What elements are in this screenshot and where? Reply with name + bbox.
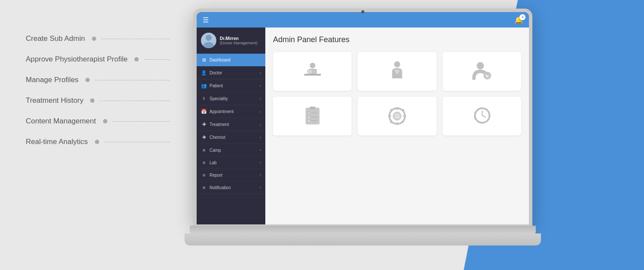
sidebar-item-appointment[interactable]: 📅 Appointment ‹ (197, 105, 265, 118)
sidebar-item-speciality[interactable]: ⚕ Speciality ‹ (197, 92, 265, 105)
sidebar-item-speciality-label: Speciality (210, 96, 228, 101)
svg-point-1 (204, 42, 214, 48)
lab-chevron: ‹ (260, 160, 261, 165)
app-interface: ☰ 🔔 3 (197, 12, 529, 224)
svg-point-0 (206, 35, 212, 41)
settings-icon (386, 105, 408, 127)
sidebar-item-notification-left: ≡ Notification (201, 185, 231, 190)
sidebar-item-report[interactable]: ≡ Report ‹ (197, 169, 265, 181)
sidebar-item-notification-label: Notification (210, 185, 231, 190)
lab-icon: ≡ (201, 160, 207, 165)
feature-dot-2 (134, 57, 139, 61)
svg-point-7 (394, 61, 400, 68)
feature-dot-3 (85, 78, 90, 82)
feature-card-clock (443, 97, 521, 135)
chemist-chevron: ‹ (260, 135, 261, 140)
sidebar-item-camp[interactable]: ≡ Camp ‹ (197, 144, 265, 156)
feature-dot-5 (103, 119, 107, 123)
doctor-desk-icon (301, 60, 324, 83)
hamburger-icon[interactable]: ☰ (203, 16, 209, 24)
report-icon: ≡ (201, 172, 207, 178)
report-chevron: ‹ (260, 173, 261, 177)
feature-label-manage-profiles: Manage Profiles (26, 76, 79, 84)
svg-rect-17 (311, 117, 317, 117)
svg-point-38 (482, 108, 483, 110)
female-patient-icon (386, 60, 408, 83)
sidebar-item-appointment-label: Appointment (210, 109, 234, 114)
profile-info: Dr.Mirren (Doctor Management) (220, 36, 258, 45)
medical-list-icon (301, 105, 324, 127)
feature-item-realtime-analytics: Real-time Analytics (26, 138, 170, 146)
feature-label-treatment-history: Treatment History (26, 96, 83, 105)
feature-item-treatment-history: Treatment History (26, 96, 170, 105)
clock-history-icon (471, 105, 493, 127)
svg-rect-25 (388, 115, 391, 117)
sidebar-item-doctor[interactable]: 👤 Doctor ‹ (197, 67, 265, 80)
svg-rect-15 (311, 113, 317, 114)
doctor-icon: 👤 (201, 70, 207, 76)
profile-role: (Doctor Management) (220, 41, 258, 45)
profile-name: Dr.Mirren (220, 36, 258, 41)
feature-line-3 (95, 80, 170, 80)
feature-label-content-management: Content Management (26, 117, 96, 126)
sidebar-item-patient-label: Patient (210, 83, 223, 88)
feature-label-create-sub-admin: Create Sub Admin (26, 34, 85, 43)
svg-rect-23 (396, 107, 398, 110)
panel-title: Admin Panel Features (273, 35, 521, 44)
svg-point-8 (477, 62, 484, 70)
feature-item-manage-profiles: Manage Profiles (26, 76, 170, 84)
sidebar-item-lab-label: Lab (210, 160, 217, 165)
feature-line-6 (104, 142, 170, 142)
feature-label-realtime-analytics: Real-time Analytics (26, 138, 88, 146)
feature-label-approve-physio: Approve Physiotherapist Profile (26, 55, 128, 64)
sidebar-profile: Dr.Mirren (Doctor Management) (197, 28, 265, 54)
appointment-icon: 📅 (201, 109, 207, 114)
laptop-device: ☰ 🔔 3 (185, 9, 541, 258)
treatment-chevron: ‹ (260, 123, 261, 127)
camp-chevron: ‹ (260, 148, 261, 152)
svg-rect-26 (403, 115, 406, 117)
dashboard-chevron: ‹ (260, 58, 261, 62)
appointment-chevron: ‹ (260, 110, 261, 114)
sidebar-item-dashboard[interactable]: ⊞ Dashboard ‹ (197, 54, 265, 67)
speciality-icon: ⚕ (201, 96, 207, 101)
sidebar-item-camp-label: Camp (210, 148, 221, 153)
top-bar: ☰ 🔔 3 (197, 12, 529, 28)
svg-point-39 (489, 115, 490, 116)
main-area: Dr.Mirren (Doctor Management) ⊞ Dashboar… (197, 28, 529, 224)
sidebar-item-lab[interactable]: ≡ Lab ‹ (197, 156, 265, 169)
feature-line-1 (101, 39, 170, 39)
avatar-image (201, 33, 216, 48)
svg-rect-4 (304, 74, 321, 76)
feature-line-2 (144, 59, 170, 60)
sidebar-item-treatment[interactable]: ✚ Treatment ‹ (197, 118, 265, 131)
laptop-base (185, 226, 541, 258)
feature-card-settings (358, 97, 436, 135)
doctor-chevron: ‹ (260, 71, 261, 75)
sidebar-item-patient-left: 👥 Patient (201, 83, 223, 89)
notification-button[interactable]: 🔔 3 (514, 16, 523, 24)
sidebar-item-notification[interactable]: ≡ Notification ‹ (197, 181, 265, 194)
feature-card-admin (443, 52, 521, 91)
chemist-icon: ✚ (201, 135, 207, 140)
sidebar-item-treatment-label: Treatment (210, 122, 229, 127)
sidebar-item-camp-left: ≡ Camp (201, 147, 221, 153)
sidebar-item-patient[interactable]: 👥 Patient ‹ (197, 80, 265, 92)
svg-rect-6 (313, 71, 315, 73)
feature-card-patient (358, 52, 436, 91)
laptop-screen-bezel: ☰ 🔔 3 (197, 12, 529, 224)
feature-dot-4 (90, 98, 94, 103)
avatar (201, 33, 216, 48)
sidebar-item-report-label: Report (210, 173, 222, 178)
admin-edit-icon (471, 60, 493, 83)
feature-dot-1 (92, 37, 96, 41)
notification-badge: 3 (519, 14, 526, 20)
speciality-chevron: ‹ (260, 97, 261, 101)
features-grid (273, 52, 521, 135)
sidebar: Dr.Mirren (Doctor Management) ⊞ Dashboar… (197, 28, 265, 224)
sidebar-item-speciality-left: ⚕ Speciality (201, 96, 228, 101)
feature-item-approve-physio: Approve Physiotherapist Profile (26, 55, 170, 64)
sidebar-item-chemist[interactable]: ✚ Chemist ‹ (197, 131, 265, 144)
sidebar-item-appointment-left: 📅 Appointment (201, 109, 234, 114)
camera-dot (361, 10, 365, 13)
